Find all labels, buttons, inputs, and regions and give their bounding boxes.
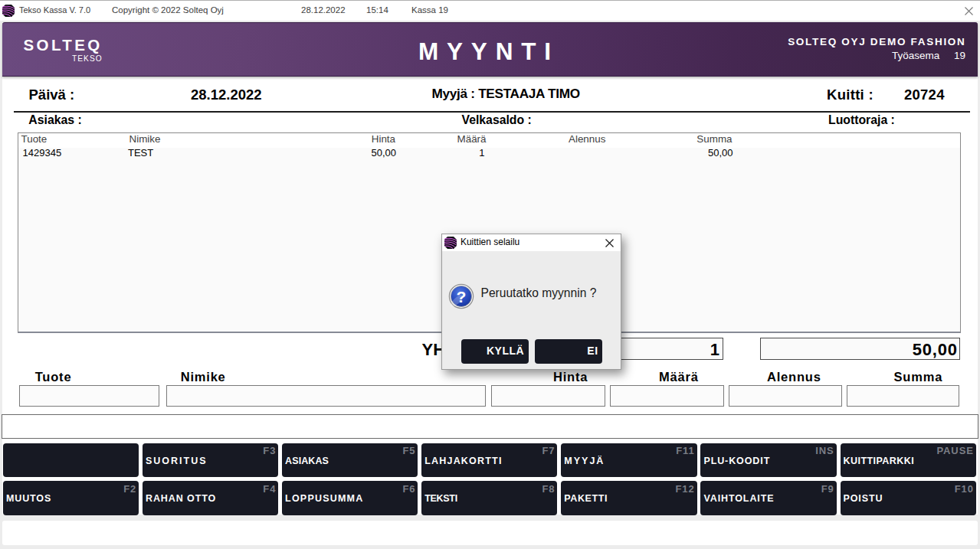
svg-text:?: ? <box>457 288 467 306</box>
